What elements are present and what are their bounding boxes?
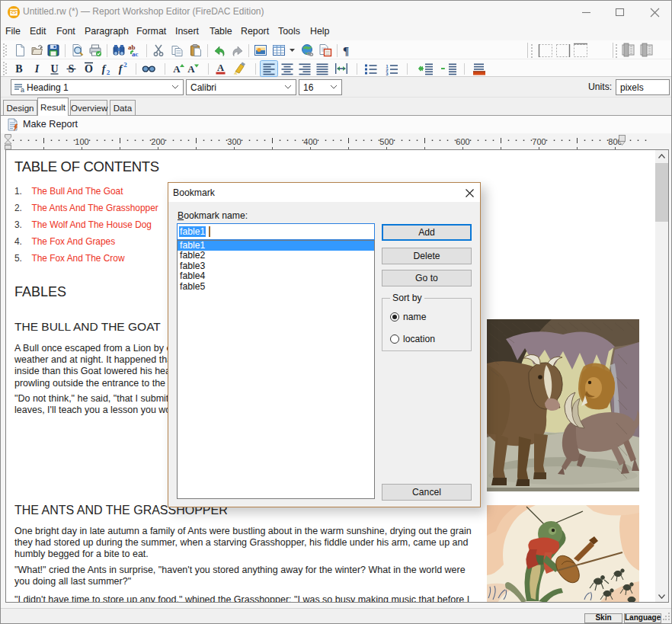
svg-text:I: I — [34, 63, 40, 75]
svg-text:a: a — [21, 86, 24, 93]
svg-text:400: 400 — [303, 137, 317, 146]
svg-text:100: 100 — [75, 137, 88, 146]
svg-text:200: 200 — [151, 137, 165, 146]
svg-text:500: 500 — [379, 137, 393, 146]
svg-text:700: 700 — [532, 137, 546, 146]
svg-text:3: 3 — [386, 72, 388, 76]
svg-text:f: f — [102, 63, 107, 75]
svg-text:300: 300 — [227, 137, 241, 146]
svg-text:A: A — [217, 62, 224, 73]
svg-text:U: U — [50, 63, 58, 75]
svg-text:O: O — [85, 63, 93, 75]
svg-text:600: 600 — [456, 137, 469, 146]
svg-text:2: 2 — [107, 69, 110, 76]
svg-text:f: f — [119, 63, 123, 75]
svg-text:<>: <> — [11, 10, 17, 15]
svg-text:2: 2 — [123, 61, 127, 69]
svg-text:A: A — [173, 63, 181, 75]
svg-text:A: A — [187, 63, 195, 75]
svg-text:B: B — [15, 63, 22, 75]
